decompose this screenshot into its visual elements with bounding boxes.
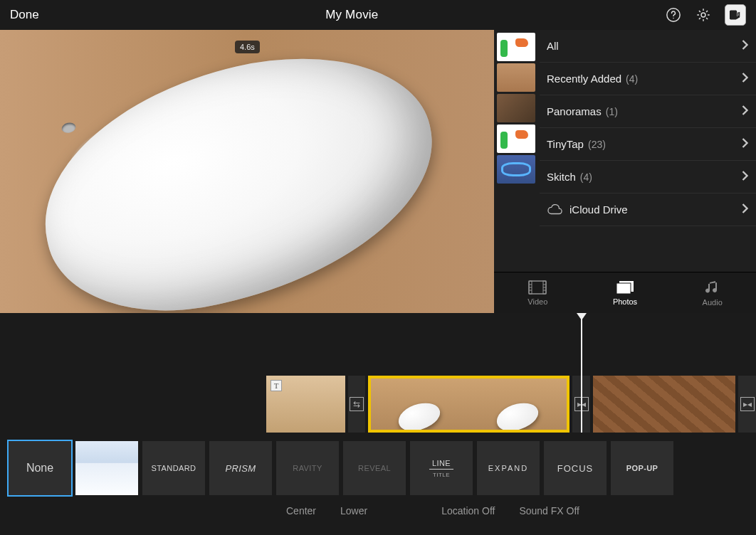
album-name: All bbox=[547, 40, 559, 52]
album-list: All Recently Added(4) Panoramas(1) TinyT… bbox=[540, 30, 756, 272]
settings-gear-icon[interactable] bbox=[695, 6, 712, 23]
title-style-reveal[interactable]: REVEAL bbox=[343, 441, 406, 495]
album-row-skitch[interactable]: Skitch(4) bbox=[540, 161, 756, 194]
titles-panel: None STANDARD PRISM RAVITY REVEAL LINE T… bbox=[0, 440, 756, 535]
timeline-clip[interactable]: T bbox=[266, 376, 345, 433]
help-icon[interactable] bbox=[665, 6, 682, 23]
project-title: My Movie bbox=[325, 8, 378, 22]
title-style-focus[interactable]: FOCUS bbox=[544, 441, 607, 495]
chevron-right-icon bbox=[741, 39, 749, 53]
title-style-line-title[interactable]: LINE TITLE bbox=[410, 441, 473, 495]
playhead[interactable] bbox=[581, 313, 582, 433]
transition-button[interactable]: ▸◂ bbox=[738, 376, 756, 433]
album-name: Panoramas bbox=[547, 105, 602, 117]
album-name: iCloud Drive bbox=[569, 203, 628, 216]
album-thumb bbox=[497, 33, 535, 61]
transition-button[interactable]: ⇆ bbox=[348, 376, 366, 433]
album-row-icloud-drive[interactable]: iCloud Drive bbox=[540, 194, 756, 226]
chevron-right-icon bbox=[741, 72, 749, 86]
svg-rect-15 bbox=[616, 283, 631, 294]
tab-label: Video bbox=[527, 297, 547, 306]
svg-point-1 bbox=[673, 18, 673, 18]
transition-icon: ⇆ bbox=[350, 397, 364, 411]
album-thumb bbox=[497, 125, 535, 153]
album-thumb bbox=[497, 94, 535, 122]
tab-audio[interactable]: Audio bbox=[668, 272, 756, 313]
album-row-all[interactable]: All bbox=[540, 30, 756, 63]
cloud-icon bbox=[547, 202, 562, 218]
tab-video[interactable]: Video bbox=[494, 272, 582, 313]
tab-label: Audio bbox=[703, 298, 723, 307]
timeline-clip[interactable] bbox=[593, 376, 735, 433]
timeline-track: T ⇆ ▸◂ ▸◂ bbox=[0, 376, 756, 433]
title-option-center[interactable]: Center bbox=[286, 505, 316, 517]
title-options-row: Center Lower Location Off Sound FX Off bbox=[9, 495, 747, 517]
preview-viewer[interactable]: 4.6s bbox=[0, 30, 494, 313]
timeline[interactable]: T ⇆ ▸◂ ▸◂ bbox=[0, 313, 756, 441]
title-style-standard[interactable]: STANDARD bbox=[142, 441, 205, 495]
title-style-gravity[interactable]: RAVITY bbox=[276, 441, 339, 495]
album-row-panoramas[interactable]: Panoramas(1) bbox=[540, 95, 756, 128]
preview-content bbox=[19, 30, 458, 313]
media-browser: All Recently Added(4) Panoramas(1) TinyT… bbox=[494, 30, 756, 313]
album-row-tinytap[interactable]: TinyTap(23) bbox=[540, 128, 756, 161]
title-style-none[interactable]: None bbox=[9, 441, 71, 495]
done-button[interactable]: Done bbox=[10, 8, 39, 22]
chevron-right-icon bbox=[741, 105, 749, 119]
album-name: Skitch bbox=[547, 171, 576, 183]
title-option-location[interactable]: Location Off bbox=[441, 505, 495, 517]
album-thumb-column bbox=[494, 30, 540, 272]
main-split: 4.6s All Recently Added(4) bbox=[0, 30, 756, 313]
chevron-right-icon bbox=[741, 203, 749, 217]
title-option-lower[interactable]: Lower bbox=[340, 505, 367, 517]
clip-duration-badge: 4.6s bbox=[235, 41, 260, 53]
title-option-soundfx[interactable]: Sound FX Off bbox=[519, 505, 579, 517]
album-count: (23) bbox=[588, 139, 606, 150]
chevron-right-icon bbox=[741, 137, 749, 152]
album-name: TinyTap bbox=[547, 138, 584, 150]
transition-icon: ▸◂ bbox=[740, 397, 755, 411]
title-style-expand[interactable]: EXPAND bbox=[477, 441, 540, 495]
tab-photos[interactable]: Photos bbox=[582, 272, 669, 313]
media-library-button[interactable] bbox=[725, 4, 746, 26]
title-badge-icon: T bbox=[271, 380, 282, 391]
album-row-recently-added[interactable]: Recently Added(4) bbox=[540, 63, 756, 95]
album-count: (4) bbox=[580, 171, 592, 183]
timeline-clip-selected[interactable] bbox=[368, 376, 569, 433]
album-count: (1) bbox=[606, 106, 618, 117]
top-bar: Done My Movie bbox=[0, 0, 756, 30]
tab-label: Photos bbox=[613, 297, 637, 306]
svg-point-2 bbox=[701, 13, 705, 17]
title-style-popup[interactable]: POP-UP bbox=[611, 441, 673, 495]
media-tabs: Video Photos Audio bbox=[494, 272, 756, 313]
title-style-image[interactable] bbox=[75, 441, 138, 495]
album-count: (4) bbox=[626, 73, 638, 85]
title-style-prism[interactable]: PRISM bbox=[209, 441, 272, 495]
album-thumb bbox=[497, 155, 535, 184]
album-thumb bbox=[497, 63, 535, 92]
chevron-right-icon bbox=[741, 170, 749, 184]
album-name: Recently Added bbox=[547, 73, 621, 85]
title-style-row: None STANDARD PRISM RAVITY REVEAL LINE T… bbox=[9, 440, 747, 495]
svg-rect-3 bbox=[730, 11, 736, 19]
